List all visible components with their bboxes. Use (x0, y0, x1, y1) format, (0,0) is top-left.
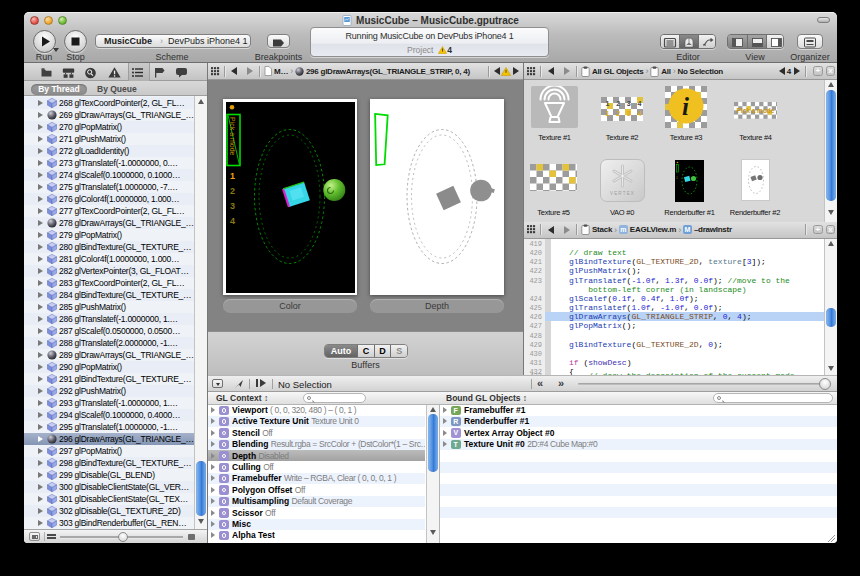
svg-text:VERTEX: VERTEX (609, 191, 634, 196)
svg-text:i: i (682, 93, 689, 120)
svg-text:1: 1 (230, 171, 235, 181)
svg-text:1 2 3 4: 1 2 3 4 (606, 100, 644, 107)
svg-text:1 2 3 4: 1 2 3 4 (606, 110, 644, 117)
svg-text:4: 4 (230, 216, 235, 226)
svg-text:3: 3 (230, 201, 235, 211)
svg-text:2: 2 (230, 186, 235, 196)
svg-text:Pick a mode: Pick a mode (737, 107, 775, 114)
svg-text:1: 1 (676, 176, 678, 180)
svg-text:Pick a mode: Pick a mode (228, 117, 235, 156)
